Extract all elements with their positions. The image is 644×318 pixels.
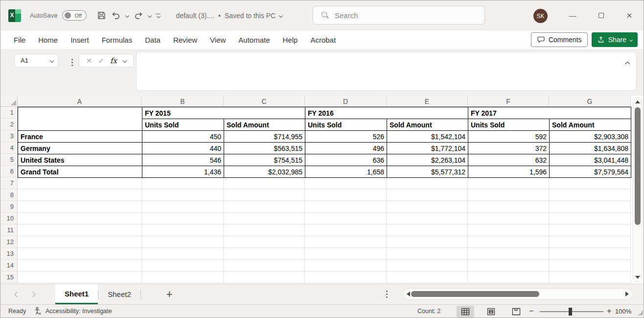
cell-G14[interactable] — [549, 260, 631, 271]
formula-input[interactable] — [136, 51, 637, 91]
row-header-13[interactable]: 13 — [0, 248, 18, 260]
select-all-button[interactable] — [0, 96, 18, 107]
cell-F15[interactable] — [468, 271, 549, 283]
cell-C3[interactable]: $714,955 — [224, 131, 305, 143]
cell-G8[interactable] — [549, 189, 631, 201]
cell-A4[interactable]: Germany — [18, 143, 142, 154]
cell-E13[interactable] — [387, 248, 468, 260]
cell-E2[interactable]: Sold Amount — [387, 119, 468, 131]
cell-A6[interactable]: Grand Total — [18, 166, 142, 178]
document-title-area[interactable]: default (3).... • Saved to this PC — [176, 12, 282, 20]
row-header-8[interactable]: 8 — [0, 189, 18, 201]
row-header-2[interactable]: 2 — [0, 119, 18, 130]
cell-D1[interactable]: FY 2016 — [305, 107, 468, 119]
cell-A15[interactable] — [18, 271, 142, 283]
cell-F10[interactable] — [468, 213, 549, 224]
cell-G9[interactable] — [549, 201, 631, 213]
zoom-out-button[interactable]: − — [529, 305, 533, 318]
cell-E8[interactable] — [387, 189, 468, 201]
zoom-level[interactable]: 100% — [615, 305, 631, 318]
cell-E7[interactable] — [387, 177, 468, 189]
minimize-button[interactable]: — — [558, 0, 587, 30]
tab-formulas[interactable]: Formulas — [95, 30, 139, 49]
sheet-tab-sheet1[interactable]: Sheet1 — [55, 284, 98, 304]
cell-D2[interactable]: Units Sold — [305, 119, 387, 131]
cell-G7[interactable] — [549, 177, 631, 189]
share-button[interactable]: Share — [592, 32, 638, 47]
cell-C13[interactable] — [224, 248, 305, 260]
cell-C5[interactable]: $754,515 — [224, 154, 305, 166]
cell-B9[interactable] — [142, 201, 224, 213]
cell-B7[interactable] — [142, 177, 224, 189]
new-sheet-button[interactable]: + — [161, 284, 178, 304]
cell-C12[interactable] — [224, 236, 305, 248]
name-box[interactable]: A1 — [14, 54, 58, 67]
cell-E6[interactable]: $5,577,312 — [387, 166, 468, 178]
cell-C2[interactable]: Sold Amount — [224, 119, 305, 131]
cell-G11[interactable] — [549, 224, 631, 236]
tab-acrobat[interactable]: Acrobat — [304, 30, 342, 49]
cell-B3[interactable]: 450 — [142, 131, 224, 143]
cell-C10[interactable] — [224, 213, 305, 224]
tab-automate[interactable]: Automate — [232, 30, 276, 49]
cancel-entry-icon[interactable]: ✕ — [86, 57, 92, 65]
normal-view-button[interactable] — [457, 306, 474, 318]
row-header-12[interactable]: 12 — [0, 236, 18, 248]
accessibility-status[interactable]: Accessibility: Investigate — [46, 305, 112, 318]
row-header-5[interactable]: 5 — [0, 154, 18, 166]
tab-insert[interactable]: Insert — [64, 30, 95, 49]
confirm-entry-icon[interactable]: ✓ — [98, 57, 104, 65]
cell-A5[interactable]: United States — [18, 154, 142, 166]
cell-D8[interactable] — [305, 189, 387, 201]
cell-C8[interactable] — [224, 189, 305, 201]
column-header-F[interactable]: F — [468, 96, 549, 107]
cell-E14[interactable] — [387, 260, 468, 271]
undo-dropdown[interactable] — [123, 8, 131, 23]
cell-C4[interactable]: $563,515 — [224, 143, 305, 154]
maximize-button[interactable] — [587, 0, 615, 30]
column-header-D[interactable]: D — [305, 96, 387, 107]
tab-file[interactable]: File — [7, 30, 32, 49]
cell-G2[interactable]: Sold Amount — [550, 119, 631, 131]
cell-F13[interactable] — [468, 248, 549, 260]
comments-button[interactable]: Comments — [531, 32, 588, 47]
close-button[interactable]: ✕ — [615, 0, 644, 30]
resize-grip-icon[interactable] — [636, 309, 643, 317]
cell-A7[interactable] — [18, 177, 142, 189]
cell-F12[interactable] — [468, 236, 549, 248]
undo-button[interactable] — [109, 8, 123, 23]
tab-help[interactable]: Help — [276, 30, 304, 49]
cell-D3[interactable]: 526 — [305, 131, 387, 143]
save-button[interactable] — [94, 8, 109, 23]
row-header-3[interactable]: 3 — [0, 130, 18, 142]
cell-A8[interactable] — [18, 189, 142, 201]
collapse-formula-bar-button[interactable] — [626, 59, 629, 68]
cell-B6[interactable]: 1,436 — [142, 166, 224, 178]
cell-D10[interactable] — [305, 213, 387, 224]
cell-D13[interactable] — [305, 248, 387, 260]
cell-E5[interactable]: $2,263,104 — [387, 154, 468, 166]
scroll-right-arrow-icon[interactable] — [625, 292, 629, 296]
cell-E4[interactable]: $1,772,104 — [387, 143, 468, 154]
cell-C14[interactable] — [224, 260, 305, 271]
cell-A14[interactable] — [18, 260, 142, 271]
cell-A13[interactable] — [18, 248, 142, 260]
row-header-9[interactable]: 9 — [0, 201, 18, 213]
tab-data[interactable]: Data — [138, 30, 167, 49]
cell-C7[interactable] — [224, 177, 305, 189]
cell-F7[interactable] — [468, 177, 549, 189]
row-header-4[interactable]: 4 — [0, 142, 18, 154]
cell-G4[interactable]: $1,634,808 — [550, 143, 631, 154]
row-header-14[interactable]: 14 — [0, 260, 18, 271]
cell-D12[interactable] — [305, 236, 387, 248]
cell-F4[interactable]: 372 — [468, 143, 550, 154]
customize-qat-button[interactable] — [154, 8, 163, 23]
cell-B10[interactable] — [142, 213, 224, 224]
tab-home[interactable]: Home — [32, 30, 64, 49]
redo-dropdown[interactable] — [146, 8, 154, 23]
cell-F9[interactable] — [468, 201, 549, 213]
next-sheet-arrow-icon[interactable] — [30, 292, 35, 297]
cell-B1[interactable]: FY 2015 — [142, 107, 305, 119]
cell-B13[interactable] — [142, 248, 224, 260]
cell-E15[interactable] — [387, 271, 468, 283]
